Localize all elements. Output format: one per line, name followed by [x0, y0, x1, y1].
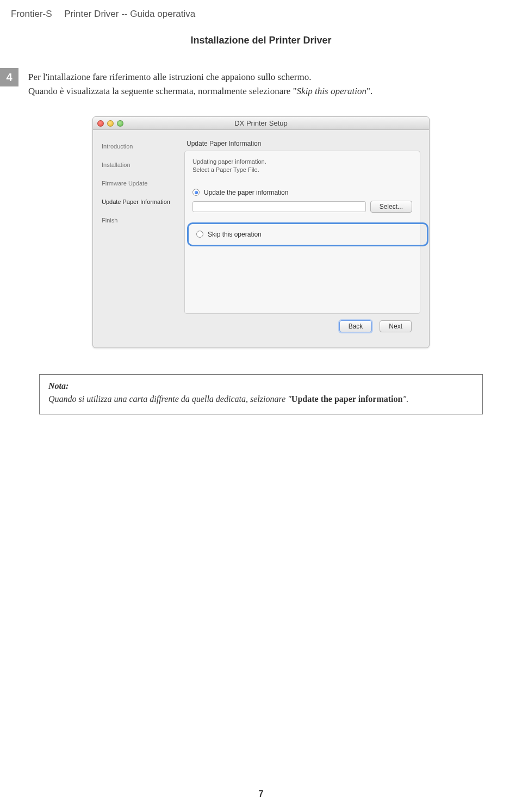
note-body-pre: Quando si utilizza una carta diffrente d…: [48, 394, 291, 404]
button-bar: Back Next: [184, 314, 420, 340]
content-header: Update Paper Information: [184, 140, 420, 147]
titlebar: DX Printer Setup: [93, 117, 429, 130]
sidebar-item-firmware: Firmware Update: [102, 180, 178, 187]
sidebar-item-installation: Installation: [102, 162, 178, 168]
radio-skip-row[interactable]: Skip this operation: [196, 231, 419, 238]
step-row: 4 Per l'intallazione fare riferimento al…: [0, 68, 522, 98]
radio-skip-icon[interactable]: [196, 231, 203, 238]
page-header: Frontier-S Printer Driver -- Guida opera…: [0, 0, 522, 20]
sidebar-item-introduction: Introduction: [102, 143, 178, 150]
header-subtitle: Printer Driver -- Guida operativa: [64, 9, 195, 19]
step-text-a: Per l'intallazione fare riferimento alle…: [28, 72, 311, 82]
select-button-label: Select...: [380, 203, 403, 210]
step-text: Per l'intallazione fare riferimento alle…: [28, 68, 405, 98]
highlight-box: Skip this operation: [187, 222, 428, 246]
next-button-label: Next: [389, 323, 402, 330]
section-title: Installazione del Printer Driver: [0, 35, 522, 46]
select-button[interactable]: Select...: [370, 201, 412, 213]
installer-window: DX Printer Setup Introduction Installati…: [92, 116, 430, 348]
note-body-post: ".: [402, 394, 408, 404]
radio-update-icon[interactable]: [192, 189, 200, 196]
step-text-b-pre: Quando è visualizzata la seguente scherm…: [28, 86, 297, 96]
intro-line2: Select a Paper Type File.: [192, 166, 259, 173]
intro-line1: Updating paper information.: [192, 158, 266, 165]
window-title: DX Printer Setup: [93, 119, 429, 127]
zoom-icon[interactable]: [117, 120, 123, 127]
file-row: Select...: [192, 201, 412, 213]
minimize-icon[interactable]: [107, 120, 114, 127]
radio-update-row[interactable]: Update the paper information: [192, 189, 412, 196]
product-name: Frontier-S: [11, 9, 52, 19]
back-button-label: Back: [349, 323, 363, 330]
file-path-input[interactable]: [192, 201, 366, 212]
content-panel: Updating paper information. Select a Pap…: [184, 151, 420, 314]
close-icon[interactable]: [97, 120, 104, 127]
next-button[interactable]: Next: [380, 320, 412, 332]
panel-intro: Updating paper information. Select a Pap…: [192, 158, 412, 175]
page-number: 7: [0, 789, 522, 799]
back-button[interactable]: Back: [339, 320, 372, 332]
sidebar-item-paper: Update Paper Information: [102, 199, 178, 205]
note-box: Nota: Quando si utilizza una carta diffr…: [39, 374, 483, 414]
step-number-badge: 4: [0, 68, 18, 86]
traffic-lights: [97, 120, 123, 127]
step-text-b-ital: Skip this operation: [297, 86, 366, 96]
step-text-b-post: ".: [366, 86, 372, 96]
sidebar-item-finish: Finish: [102, 217, 178, 224]
note-body: Quando si utilizza una carta diffrente d…: [48, 393, 474, 405]
radio-skip-label: Skip this operation: [208, 231, 262, 238]
window-body: Introduction Installation Firmware Updat…: [93, 130, 429, 348]
note-title: Nota:: [48, 381, 474, 391]
wizard-sidebar: Introduction Installation Firmware Updat…: [93, 130, 184, 348]
wizard-content: Update Paper Information Updating paper …: [184, 130, 429, 348]
radio-update-label: Update the paper information: [204, 189, 288, 196]
note-body-bold: Update the paper information: [291, 394, 403, 404]
